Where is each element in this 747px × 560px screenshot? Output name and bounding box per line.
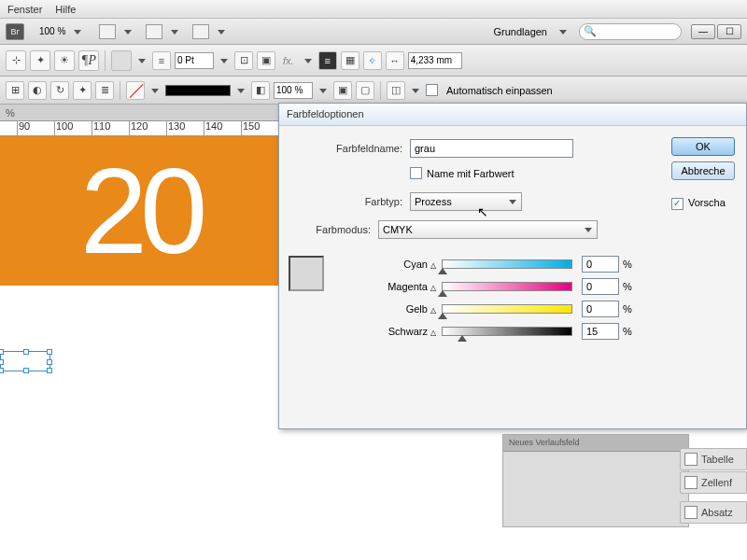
- bridge-icon[interactable]: Br: [6, 23, 24, 40]
- screen-dropdown-icon[interactable]: [168, 25, 181, 38]
- yellow-value-input[interactable]: [582, 301, 619, 317]
- tool-d[interactable]: ✦: [73, 81, 92, 100]
- colormode-select[interactable]: CMYK: [378, 220, 598, 239]
- width-input[interactable]: [408, 52, 462, 69]
- swatch-name-input[interactable]: [410, 139, 573, 158]
- menu-fenster[interactable]: Fenster: [7, 4, 42, 15]
- wrap-icon[interactable]: ▦: [341, 51, 359, 70]
- fill-swatch[interactable]: [111, 50, 132, 71]
- arrange-docs-icon[interactable]: [192, 24, 209, 39]
- fit-c-icon[interactable]: ◫: [387, 81, 405, 100]
- control-panel-row2: ⊞ ◐ ↻ ✦ ≣ ◧ ▣ ▢ ◫ Automatisch einpassen: [0, 77, 747, 105]
- fill-dropdown-icon[interactable]: [135, 54, 148, 67]
- right-panels: Tabelle Zellenf Absatz: [680, 448, 747, 525]
- dialog-title: Farbfeldoptionen: [279, 104, 746, 126]
- cancel-button[interactable]: Abbreche: [671, 161, 735, 180]
- name-with-value-label: Name mit Farbwert: [427, 168, 514, 179]
- stroke-dropdown-icon[interactable]: [218, 54, 231, 67]
- cyan-value-input[interactable]: [582, 256, 619, 273]
- fit-b-icon[interactable]: ▢: [356, 81, 374, 100]
- fx-dropdown-icon[interactable]: [302, 54, 315, 67]
- black-value-input[interactable]: [582, 323, 619, 340]
- workspace-label[interactable]: Grundlagen: [494, 26, 548, 37]
- zoom-level[interactable]: 100 %: [39, 26, 65, 36]
- fit-a-icon[interactable]: ▣: [333, 81, 352, 100]
- view-dropdown-icon[interactable]: [121, 25, 134, 38]
- tool-c[interactable]: ↻: [50, 81, 69, 100]
- tool-b[interactable]: ◐: [28, 81, 47, 100]
- screen-mode-icon[interactable]: [146, 24, 162, 39]
- sun-icon[interactable]: ☀: [54, 50, 75, 71]
- orange-frame[interactable]: 20: [0, 136, 280, 286]
- big-number: 20: [80, 141, 201, 281]
- colortype-select[interactable]: Prozess: [410, 192, 522, 211]
- frame-icon[interactable]: ▣: [257, 51, 275, 70]
- width-icon: ↔: [386, 51, 404, 70]
- autofit-label: Automatisch einpassen: [446, 85, 553, 96]
- table-icon: [684, 453, 698, 466]
- paragraph-panel-icon: [684, 506, 698, 519]
- autofit-checkbox[interactable]: [426, 84, 438, 96]
- menu-bar: Fenster Hilfe: [0, 0, 747, 19]
- black-slider[interactable]: [442, 327, 572, 336]
- cyan-slider[interactable]: [442, 259, 572, 269]
- preview-label: Vorscha: [688, 197, 726, 208]
- ok-button[interactable]: OK: [671, 137, 735, 156]
- maximize-button[interactable]: ☐: [717, 24, 741, 39]
- colormode-label: Farbmodus:: [289, 224, 378, 235]
- tool-a[interactable]: ⊞: [6, 81, 24, 100]
- selected-frame[interactable]: [0, 351, 50, 371]
- colortype-label: Farbtyp:: [289, 196, 410, 207]
- preview-checkbox[interactable]: [671, 198, 684, 210]
- link-icon[interactable]: ⊡: [234, 51, 253, 70]
- stroke-weight-input[interactable]: [175, 52, 214, 69]
- opacity-icon: ◧: [251, 81, 270, 100]
- paragraph-icon[interactable]: ¶P: [78, 50, 99, 71]
- view-options-icon[interactable]: [99, 24, 116, 39]
- swatch-options-dialog: Farbfeldoptionen OK Abbreche Vorscha Far…: [278, 103, 747, 429]
- tool-e[interactable]: ≣: [95, 81, 114, 100]
- stroke-weight-icon: ≡: [152, 51, 171, 70]
- stroke-color-dropdown-icon[interactable]: [148, 84, 162, 97]
- panel-absatz[interactable]: Absatz: [680, 501, 747, 524]
- name-with-value-checkbox[interactable]: [410, 167, 422, 179]
- name-label: Farbfeldname:: [289, 143, 410, 154]
- swatches-panel[interactable]: Neues Verlaufsfeld: [502, 434, 689, 527]
- minimize-button[interactable]: —: [691, 24, 715, 39]
- opacity-dropdown-icon[interactable]: [317, 84, 330, 97]
- yellow-slider[interactable]: [442, 304, 572, 314]
- nofill-icon[interactable]: [126, 81, 145, 100]
- menu-hilfe[interactable]: Hilfe: [55, 4, 76, 15]
- fit-dropdown-icon[interactable]: [409, 84, 422, 97]
- align-icon[interactable]: ≡: [318, 51, 337, 70]
- arrange-dropdown-icon[interactable]: [215, 25, 228, 38]
- color-preview-swatch: [289, 256, 324, 291]
- anchor-icon[interactable]: ⊹: [6, 50, 26, 71]
- star-icon[interactable]: ✦: [30, 50, 50, 71]
- panel-zellen[interactable]: Zellenf: [680, 471, 747, 494]
- opacity-input[interactable]: [274, 82, 313, 99]
- swatches-header: Neues Verlaufsfeld: [503, 435, 688, 452]
- magenta-slider[interactable]: [442, 282, 572, 291]
- stroke-style-dropdown-icon[interactable]: [234, 84, 247, 97]
- crop-icon[interactable]: ⟡: [363, 51, 382, 70]
- zoom-dropdown-icon[interactable]: [71, 25, 84, 38]
- panel-tabelle[interactable]: Tabelle: [680, 448, 747, 470]
- cell-icon: [684, 476, 698, 489]
- stroke-style[interactable]: [165, 85, 231, 96]
- control-panel-row1: ⊹ ✦ ☀ ¶P ≡ ⊡ ▣ fx. ≡ ▦ ⟡ ↔: [0, 45, 747, 77]
- magenta-value-input[interactable]: [582, 278, 619, 295]
- top-bar: Br 100 % Grundlagen 🔍 — ☐: [0, 19, 747, 45]
- workspace-dropdown-icon[interactable]: [557, 25, 570, 38]
- search-input[interactable]: 🔍: [579, 23, 682, 40]
